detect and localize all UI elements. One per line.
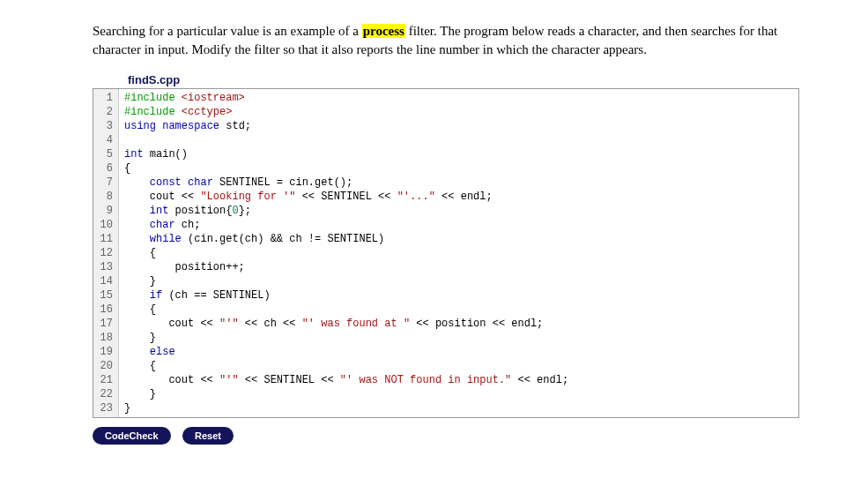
line-number: 2: [97, 105, 113, 119]
code-line[interactable]: {: [124, 246, 793, 260]
line-number: 3: [97, 119, 113, 133]
code-line[interactable]: [124, 133, 793, 147]
code-line[interactable]: {: [124, 303, 793, 317]
line-number: 19: [97, 345, 113, 359]
line-number: 14: [97, 274, 113, 288]
code-line[interactable]: int position{0};: [124, 204, 793, 218]
line-number: 12: [97, 246, 113, 260]
line-number: 21: [97, 373, 113, 387]
line-number: 11: [97, 232, 113, 246]
code-line[interactable]: cout << "'" << ch << "' was found at " <…: [124, 317, 793, 331]
line-number: 4: [97, 133, 113, 147]
problem-statement: Searching for a particular value is an e…: [93, 22, 798, 59]
code-line[interactable]: position++;: [124, 260, 793, 274]
code-line[interactable]: cout << "Looking for '" << SENTINEL << "…: [124, 190, 793, 204]
line-number: 23: [97, 401, 113, 415]
prose-part1: Searching for a particular value is an e…: [93, 24, 362, 38]
reset-button[interactable]: Reset: [182, 427, 234, 445]
code-text-area[interactable]: #include <iostream>#include <cctype>usin…: [119, 89, 798, 417]
line-number: 7: [97, 176, 113, 190]
code-line[interactable]: while (cin.get(ch) && ch != SENTINEL): [124, 232, 793, 246]
code-line[interactable]: {: [124, 161, 793, 176]
line-number: 9: [97, 204, 113, 218]
code-line[interactable]: else: [124, 345, 793, 359]
line-number: 8: [97, 190, 113, 204]
code-line[interactable]: using namespace std;: [124, 119, 793, 133]
code-line[interactable]: {: [124, 359, 793, 373]
line-number-gutter: 1234567891011121314151617181920212223: [93, 89, 119, 417]
code-editor[interactable]: 1234567891011121314151617181920212223 #i…: [93, 88, 799, 418]
line-number: 20: [97, 359, 113, 373]
line-number: 6: [97, 161, 113, 176]
code-line[interactable]: #include <iostream>: [124, 91, 793, 105]
code-line[interactable]: int main(): [124, 147, 793, 161]
code-line[interactable]: #include <cctype>: [124, 105, 793, 119]
button-row: CodeCheck Reset: [93, 427, 868, 445]
line-number: 13: [97, 260, 113, 274]
code-line[interactable]: const char SENTINEL = cin.get();: [124, 176, 793, 190]
line-number: 1: [97, 91, 113, 105]
code-line[interactable]: }: [124, 387, 793, 401]
code-line[interactable]: }: [124, 401, 793, 415]
line-number: 22: [97, 387, 113, 401]
code-line[interactable]: }: [124, 331, 793, 345]
line-number: 18: [97, 331, 113, 345]
code-line[interactable]: cout << "'" << SENTINEL << "' was NOT fo…: [124, 373, 793, 387]
highlight-process: process: [362, 24, 405, 38]
code-line[interactable]: if (ch == SENTINEL): [124, 288, 793, 303]
code-line[interactable]: char ch;: [124, 218, 793, 232]
line-number: 15: [97, 288, 113, 303]
code-line[interactable]: }: [124, 274, 793, 288]
line-number: 5: [97, 147, 113, 161]
filename-label: findS.cpp: [128, 73, 868, 86]
line-number: 17: [97, 317, 113, 331]
codecheck-button[interactable]: CodeCheck: [93, 427, 171, 445]
line-number: 10: [97, 218, 113, 232]
line-number: 16: [97, 303, 113, 317]
